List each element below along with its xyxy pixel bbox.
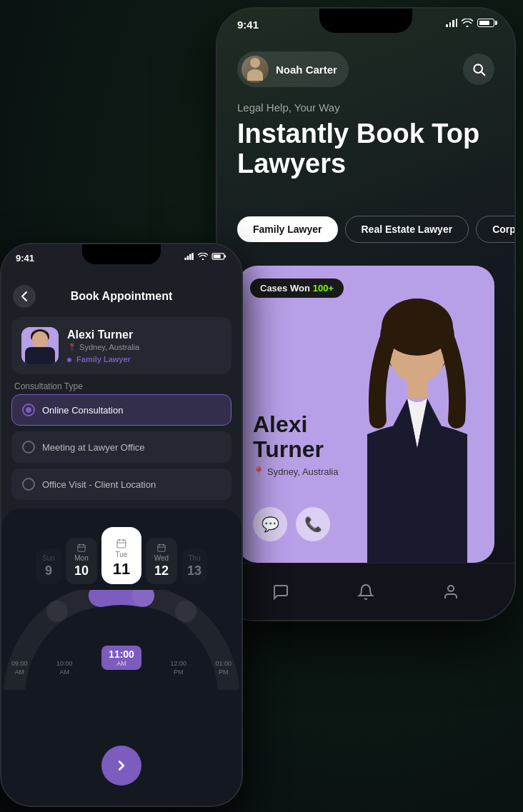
day-number-13: 13 <box>187 563 201 578</box>
user-name: Noah Carter <box>276 64 337 76</box>
lawyer-small-silhouette <box>21 327 59 364</box>
consult-option-visit[interactable]: Office Visit - Client Location <box>11 468 231 500</box>
time-slot-1000: 10:00 AM <box>56 660 73 684</box>
svg-rect-8 <box>187 256 189 260</box>
small-status-bar: 9:41 <box>1 244 241 276</box>
user-pill[interactable]: Noah Carter <box>237 51 349 87</box>
category-real-estate-lawyer[interactable]: Real Estate Lawyer <box>345 216 469 243</box>
svg-rect-12 <box>224 255 226 257</box>
time-slot-0900: 09:00 AM <box>11 660 28 684</box>
next-arrow-icon <box>114 758 129 773</box>
message-button[interactable]: 💬 <box>253 507 287 541</box>
calendar-area: Sun 9 Mon 10 <box>1 508 241 806</box>
next-button[interactable] <box>101 746 141 786</box>
svg-rect-14 <box>21 327 59 364</box>
day-monday[interactable]: Mon 10 <box>66 538 97 584</box>
large-header: Noah Carter <box>237 51 494 87</box>
lawyer-strip-details: Alexi Turner 📍 Sydney, Australia Family … <box>67 329 139 364</box>
lawyer-strip-specialty: Family Lawyer <box>67 355 139 364</box>
search-icon <box>472 62 486 76</box>
cases-label: Cases Won <box>260 283 310 294</box>
calendar-icon-wed <box>156 543 166 552</box>
day-number-10: 10 <box>74 563 89 578</box>
lawyer-info-strip: Alexi Turner 📍 Sydney, Australia Family … <box>11 317 231 374</box>
time-slot-1200: 12:00 PM <box>170 660 186 684</box>
consultation-options: Online Consultation Meeting at Lawyer Of… <box>11 394 231 500</box>
day-label-tue: Tue <box>116 551 128 558</box>
day-number-12: 12 <box>154 563 169 578</box>
consult-online-label: Online Consultation <box>42 405 123 416</box>
day-label-mon: Mon <box>74 554 88 562</box>
lawyer-silhouette-svg <box>346 291 489 563</box>
time-slot-0100: 01:00 PM <box>215 660 231 684</box>
page-title: Book Appointment <box>43 290 200 303</box>
hero-subtitle: Legal Help, Your Way <box>237 101 494 114</box>
large-phone: 9:41 Noah Carter <box>216 7 516 621</box>
svg-rect-7 <box>184 258 186 260</box>
svg-point-6 <box>448 586 454 591</box>
svg-rect-20 <box>78 545 85 551</box>
category-pills: Family Lawyer Real Estate Lawyer Corp <box>237 216 516 243</box>
svg-rect-19 <box>37 353 43 364</box>
category-family-lawyer[interactable]: Family Lawyer <box>237 216 338 242</box>
svg-point-16 <box>31 329 49 344</box>
avatar <box>241 56 269 83</box>
search-button[interactable] <box>463 54 494 85</box>
svg-rect-18 <box>27 351 53 364</box>
lawyer-name-line2: Turner <box>253 437 338 462</box>
lawyer-location: 📍 Sydney, Australia <box>253 466 338 477</box>
large-status-bar: 9:41 <box>217 9 514 46</box>
day-label-thu: Thu <box>188 554 200 562</box>
location-pin-icon: 📍 <box>253 466 264 477</box>
lawyer-card[interactable]: Cases Won 100+ <box>237 266 494 563</box>
nav-bell-icon[interactable] <box>350 576 382 608</box>
svg-rect-5 <box>407 377 427 399</box>
nav-user-icon[interactable] <box>435 576 467 608</box>
svg-line-1 <box>482 72 485 76</box>
consult-option-office[interactable]: Meeting at Lawyer Office <box>11 431 231 463</box>
wifi-icon <box>462 19 473 27</box>
day-label-sun: Sun <box>42 554 55 562</box>
day-thursday[interactable]: Thu 13 <box>181 548 207 584</box>
battery-icon <box>477 19 494 27</box>
consult-visit-label: Office Visit - Client Location <box>42 479 156 490</box>
specialty-dot <box>67 358 71 362</box>
day-number-11: 11 <box>113 560 130 578</box>
radio-visit <box>22 478 35 491</box>
day-number-9: 9 <box>45 563 52 578</box>
nav-chat-icon[interactable] <box>265 576 297 608</box>
small-wifi-icon <box>198 253 208 260</box>
small-battery-icon <box>211 253 227 260</box>
radio-office <box>22 441 35 453</box>
small-status-time: 9:41 <box>16 253 184 264</box>
location-icon-small: 📍 <box>67 343 79 351</box>
small-status-icons <box>184 253 227 260</box>
back-button[interactable] <box>13 285 36 308</box>
calendar-icon-tue <box>116 538 126 548</box>
consult-option-online[interactable]: Online Consultation <box>11 394 231 426</box>
time-arc: 09:00 AM 10:00 AM 11:00 AM 12:00 <box>1 590 241 690</box>
small-header: Book Appointment <box>1 279 241 314</box>
day-wednesday[interactable]: Wed 12 <box>146 538 177 584</box>
svg-rect-28 <box>158 545 165 551</box>
day-selector: Sun 9 Mon 10 <box>1 520 241 584</box>
category-corp[interactable]: Corp <box>476 216 516 243</box>
svg-rect-13 <box>214 255 221 259</box>
large-status-icons <box>446 19 494 27</box>
selected-time-badge: 11:00 AM <box>101 646 141 670</box>
avatar-image <box>245 58 265 81</box>
svg-rect-9 <box>189 254 191 260</box>
action-buttons: 💬 📞 <box>253 507 330 541</box>
lawyer-info: Alexi Turner 📍 Sydney, Australia <box>253 412 338 477</box>
small-phone: 9:41 <box>0 243 243 807</box>
signal-icon <box>446 19 457 27</box>
lawyer-avatar <box>21 327 59 364</box>
day-tuesday[interactable]: Tue 11 <box>101 527 141 584</box>
cases-badge: Cases Won 100+ <box>250 279 344 298</box>
small-signal-icon <box>184 253 194 260</box>
svg-rect-24 <box>117 540 126 548</box>
call-button[interactable]: 📞 <box>296 507 330 541</box>
hero-title: Instantly Book Top Lawyers <box>237 119 494 179</box>
time-slot-1100-active: 11:00 AM <box>101 646 141 670</box>
day-sunday[interactable]: Sun 9 <box>36 548 61 584</box>
